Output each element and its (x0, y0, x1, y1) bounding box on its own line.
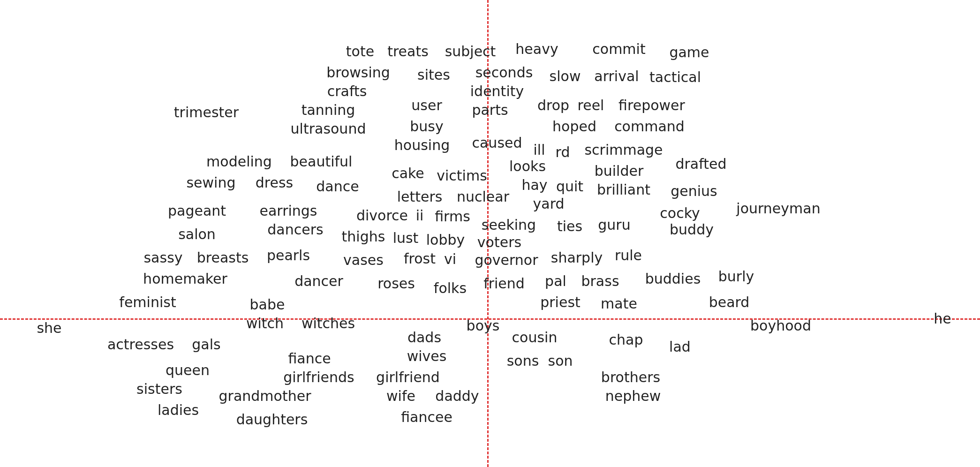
word-label: pageant (168, 204, 226, 218)
word-label: genius (671, 184, 717, 198)
word-label: cocky (660, 206, 700, 220)
word-label: nephew (605, 389, 661, 403)
word-label: drop (537, 98, 569, 113)
word-label: brass (581, 274, 619, 288)
word-label: brilliant (597, 183, 650, 197)
word-label: breasts (197, 251, 249, 265)
word-label: voters (477, 235, 521, 249)
word-label: reel (578, 98, 604, 113)
word-label: busy (410, 120, 443, 134)
word-label: actresses (107, 338, 174, 352)
word-label: sisters (136, 382, 182, 396)
word-label: pearls (267, 249, 310, 263)
word-label: builder (595, 164, 644, 178)
word-label: seconds (475, 66, 533, 80)
word-label: dress (256, 176, 293, 190)
word-label: witches (302, 316, 355, 331)
word-label: daddy (435, 389, 479, 403)
word-label: commit (592, 42, 645, 56)
word-label: salon (178, 227, 216, 241)
word-label: buddies (645, 272, 701, 286)
word-label: frost (404, 252, 436, 266)
word-label: he (934, 312, 951, 326)
word-label: ill (533, 143, 545, 157)
word-label: sharply (551, 251, 603, 265)
word-label: queen (166, 363, 210, 377)
word-label: yard (533, 197, 565, 211)
word-label: chap (609, 333, 643, 347)
word-label: fiance (288, 352, 331, 366)
word-label: crafts (327, 84, 367, 98)
word-label: vases (343, 253, 384, 267)
word-label: son (548, 354, 573, 368)
word-label: hay (521, 178, 547, 192)
word-label: trimester (174, 105, 239, 120)
word-label: quit (556, 180, 583, 194)
word-label: gals (192, 338, 220, 352)
word-label: buddy (670, 223, 714, 237)
word-label: boyhood (750, 319, 811, 333)
word-label: vi (444, 252, 456, 266)
word-label: cake (392, 166, 424, 181)
word-label: girlfriends (283, 370, 354, 384)
word-label: cousin (512, 331, 558, 345)
word-label: journeyman (736, 202, 820, 216)
word-label: roses (377, 277, 415, 291)
word-label: ultrasound (291, 122, 366, 136)
word-label: sassy (143, 251, 182, 265)
word-label: tote (346, 45, 374, 59)
word-embedding-scatter: totetreatssubjectheavycommitgamebrowsing… (0, 0, 980, 467)
word-label: caused (472, 136, 522, 150)
word-label: rd (556, 145, 570, 159)
word-label: girlfriend (376, 370, 440, 384)
word-label: looks (509, 159, 546, 173)
word-label: she (37, 321, 61, 335)
word-label: firepower (618, 98, 685, 113)
word-label: sons (507, 354, 539, 368)
word-label: rule (615, 249, 642, 263)
word-label: earrings (259, 204, 317, 218)
word-label: homemaker (143, 272, 227, 286)
word-label: sites (417, 68, 450, 82)
word-label: dance (316, 180, 359, 194)
word-label: scrimmage (584, 143, 663, 157)
word-label: browsing (326, 66, 390, 80)
word-label: housing (394, 138, 450, 152)
word-label: ties (557, 219, 582, 234)
word-label: feminist (119, 295, 176, 309)
word-label: sewing (186, 176, 235, 190)
word-label: command (614, 120, 685, 134)
word-label: wives (407, 349, 447, 363)
word-label: drafted (675, 157, 726, 171)
word-label: letters (397, 190, 443, 204)
word-label: heavy (515, 42, 558, 56)
word-label: wife (386, 389, 415, 403)
word-label: fiancee (401, 410, 452, 424)
word-label: slow (550, 69, 581, 83)
word-label: boys (467, 319, 500, 333)
word-label: seeking (482, 218, 536, 232)
word-label: ladies (158, 403, 199, 417)
word-label: tanning (302, 103, 355, 117)
word-label: beautiful (290, 155, 353, 169)
word-label: beard (709, 295, 750, 309)
word-label: witch (246, 316, 284, 331)
word-label: dads (407, 331, 441, 345)
word-label: nuclear (457, 190, 509, 204)
word-label: arrival (594, 69, 639, 83)
word-label: identity (470, 84, 524, 98)
word-label: lobby (426, 233, 465, 247)
word-label: dancer (294, 274, 343, 288)
word-label: ii (416, 209, 424, 223)
word-label: user (411, 98, 442, 113)
word-label: folks (434, 281, 467, 295)
word-label: tactical (649, 70, 701, 84)
word-label: modeling (206, 155, 272, 169)
word-label: priest (540, 295, 580, 309)
word-label: subject (445, 45, 496, 59)
word-label: victims (437, 169, 487, 183)
word-label: pal (545, 274, 566, 288)
word-label: babe (250, 298, 285, 312)
word-label: thighs (342, 230, 385, 244)
word-label: parts (472, 103, 508, 117)
